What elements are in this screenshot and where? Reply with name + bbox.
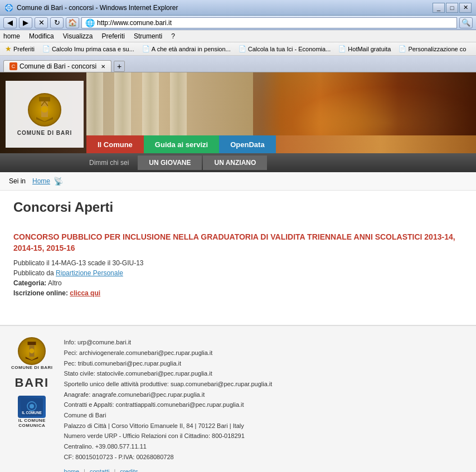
- window-controls[interactable]: _ □ ✕: [433, 3, 472, 13]
- footer-info-line-6: Anagrafe: anagrafe.comunebari@pec.rupar.…: [64, 390, 465, 400]
- home-button[interactable]: 🏠: [66, 17, 79, 28]
- bookmark-hotmail[interactable]: 📄 HotMail gratuita: [337, 45, 392, 53]
- menu-bar: home Modifica Visualizza Preferiti Strum…: [0, 30, 476, 42]
- title-bar: Comune di Bari - concorsi - Windows Inte…: [0, 0, 476, 16]
- published-by-link[interactable]: Ripartizione Personale: [56, 269, 123, 277]
- footer-comune-comunica: IL COMUNE IL COMUNECOMUNICA: [18, 396, 46, 428]
- contest-title: CONCORSO PUBBLICO PER INCLUSIONE NELLA G…: [13, 232, 463, 254]
- footer-info-line-10: Numero verde URP - Ufficio Relazioni con…: [64, 431, 465, 441]
- close-button[interactable]: ✕: [459, 3, 472, 13]
- footer-info-line-1: Info: urp@comune.bari.it: [64, 337, 465, 348]
- page-icon-2: 📄: [142, 45, 150, 52]
- contest-published-by: Pubblicato da Ripartizione Personale: [13, 269, 463, 277]
- browser-icon: [4, 3, 13, 12]
- sub-nav: Dimmi chi sei UN GIOVANE UN ANZIANO: [0, 153, 476, 172]
- expires-date: 30-GIU-13: [112, 259, 143, 267]
- footer-nav-sep-1: |: [84, 466, 85, 472]
- rss-icon[interactable]: 📡: [54, 177, 63, 186]
- footer-info-line-9: Palazzo di Città | Corso Vittorio Emanue…: [64, 421, 465, 431]
- footer-bari-text: BARI: [14, 376, 49, 390]
- search-button[interactable]: 🔍: [459, 17, 473, 28]
- footer-info-line-5: Sportello unico delle attività produttiv…: [64, 379, 465, 390]
- menu-strumenti[interactable]: Strumenti: [134, 32, 162, 40]
- site-header: Comune di Bari Il Comune Guida ai serviz…: [0, 72, 476, 153]
- registration-link[interactable]: clicca qui: [70, 289, 100, 297]
- nav-guida-servizi[interactable]: Guida ai servizi: [144, 135, 219, 153]
- footer-info-line-12: CF: 80015010723 - P.IVA: 00268080728: [64, 452, 465, 463]
- active-tab[interactable]: C Comune di Bari - concorsi ✕: [3, 60, 111, 72]
- page-icon: 🌐: [85, 18, 95, 27]
- breadcrumb-home[interactable]: Home: [32, 177, 50, 185]
- back-button[interactable]: ◀: [3, 17, 17, 28]
- new-tab-button[interactable]: +: [114, 61, 125, 72]
- site-wrapper: Comune di Bari Il Comune Guida ai serviz…: [0, 72, 476, 472]
- sei-in-label: Sei in: [9, 177, 26, 185]
- nav-il-comune[interactable]: Il Comune: [86, 135, 144, 153]
- footer-info-line-7: Contratti e Appalti: contrattiappalti.co…: [64, 400, 465, 410]
- nav-opendata[interactable]: OpenData: [219, 135, 275, 153]
- menu-visualizza[interactable]: Visualizza: [63, 32, 93, 40]
- logo-area: Comune di Bari: [6, 81, 84, 148]
- contest-published-date: Pubblicato il 14-MAG-13 scade il 30-GIU-…: [13, 259, 463, 267]
- bookmark-hotmail-label: HotMail gratuita: [348, 46, 391, 52]
- page-icon-1: 📄: [42, 45, 50, 52]
- footer-nav-home[interactable]: home: [64, 466, 80, 472]
- maximize-button[interactable]: □: [446, 3, 458, 13]
- tab-close-button[interactable]: ✕: [101, 64, 105, 70]
- contest-card: CONCORSO PUBBLICO PER INCLUSIONE NELLA G…: [13, 226, 463, 305]
- nav-bar: ◀ ▶ ✕ ↻ 🏠 🌐 http://www.comune.bari.it 🔍: [0, 16, 476, 30]
- bookmark-pension-label: A che età andrai in pension...: [152, 46, 231, 52]
- footer-cc-logo-image: IL COMUNE: [18, 396, 46, 418]
- svg-point-12: [30, 404, 34, 408]
- site-nav-menu: Il Comune Guida ai servizi OpenData: [86, 135, 476, 153]
- footer-nav: home | contatti | credits: [64, 466, 465, 472]
- footer-nav-credits[interactable]: credits: [120, 466, 138, 472]
- menu-file[interactable]: home: [3, 32, 20, 40]
- minimize-button[interactable]: _: [433, 3, 445, 13]
- refresh-button[interactable]: ↻: [50, 17, 64, 28]
- stop-button[interactable]: ✕: [35, 17, 48, 28]
- forward-button[interactable]: ▶: [19, 17, 32, 28]
- footer-logo-text: COMUNE DI BARI: [11, 365, 53, 370]
- bookmark-calcolo-imu[interactable]: 📄 Calcolo Imu prima casa e su...: [41, 45, 136, 53]
- menu-help[interactable]: ?: [171, 32, 175, 40]
- sub-nav-anziano[interactable]: UN ANZIANO: [203, 155, 267, 170]
- site-footer: COMUNE DI BARI BARI IL COMUNE IL COMUNEC…: [0, 325, 476, 472]
- window-title: Comune di Bari - concorsi - Windows Inte…: [17, 4, 429, 12]
- bookmark-preferiti[interactable]: ★ Preferiti: [3, 44, 36, 53]
- address-bar[interactable]: 🌐 http://www.comune.bari.it: [81, 17, 457, 28]
- footer-info: Info: urp@comune.bari.it Peci: archiviog…: [64, 337, 465, 472]
- footer-info-line-3: Pec: tributi.comunebari@pec.rupar.puglia…: [64, 358, 465, 369]
- page-icon-3: 📄: [239, 45, 246, 52]
- bookmark-personalizzazione[interactable]: 📄 Personalizzazione co: [397, 45, 468, 53]
- tab-label: Comune di Bari - concorsi: [20, 62, 96, 70]
- published-date: 14-MAG-13: [51, 259, 86, 267]
- category-label: Categoria:: [13, 279, 46, 287]
- page-icon-5: 📄: [399, 45, 406, 52]
- main-content: Concorsi Aperti CONCORSO PUBBLICO PER IN…: [0, 191, 476, 314]
- contest-registration: Iscrizione online: clicca qui: [13, 289, 463, 297]
- sub-nav-giovane[interactable]: UN GIOVANE: [138, 155, 202, 170]
- svg-point-6: [41, 106, 48, 113]
- page-icon-4: 📄: [338, 45, 346, 52]
- footer-emblem: [18, 337, 46, 365]
- menu-modifica[interactable]: Modifica: [29, 32, 54, 40]
- menu-preferiti[interactable]: Preferiti: [102, 32, 125, 40]
- breadcrumb: Sei in Home 📡: [0, 172, 476, 191]
- svg-text:IL COMUNE: IL COMUNE: [22, 410, 42, 414]
- bookmark-ici[interactable]: 📄 Calcola la tua Ici - Economia...: [237, 45, 333, 53]
- page-title: Concorsi Aperti: [13, 199, 463, 215]
- expires-label: scade il: [88, 259, 110, 267]
- bookmark-pension[interactable]: 📄 A che età andrai in pension...: [140, 45, 232, 53]
- bookmark-personalizzazione-label: Personalizzazione co: [408, 46, 466, 52]
- published-date-label: Pubblicato il: [13, 259, 50, 267]
- footer-info-line-8: Comune di Bari: [64, 410, 465, 421]
- footer-info-line-4: Stato civile: statocivile.comunebari@pec…: [64, 368, 465, 379]
- footer-nav-sep-2: |: [114, 466, 115, 472]
- footer-cc-text: IL COMUNECOMUNICA: [18, 418, 46, 428]
- svg-point-9: [30, 348, 35, 353]
- sub-nav-label: Dimmi chi sei: [89, 159, 129, 167]
- footer-info-line-2: Peci: archiviogenerale.comunebari@pec.ru…: [64, 348, 465, 358]
- category-value: Altro: [48, 279, 62, 287]
- footer-nav-contatti[interactable]: contatti: [90, 466, 109, 472]
